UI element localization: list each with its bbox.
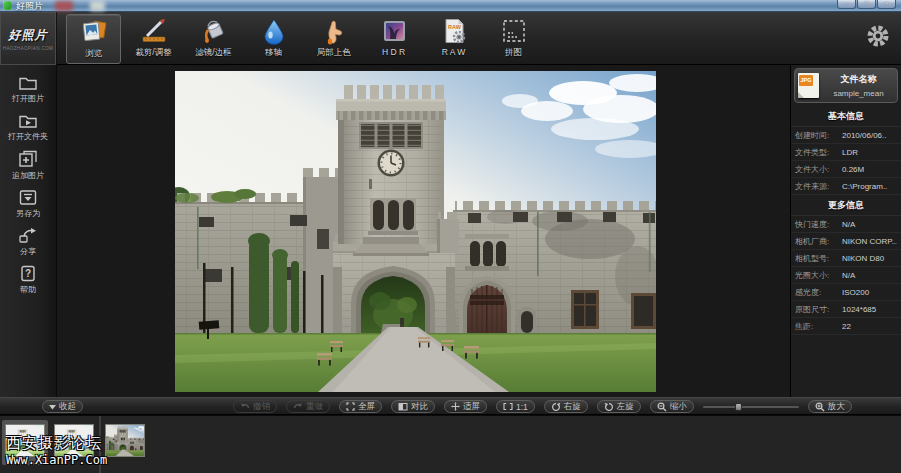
aero-glass-blob — [90, 1, 105, 11]
thumbnail-3[interactable] — [105, 424, 145, 457]
tab-label: 裁剪/调整 — [135, 47, 171, 59]
info-label: 相机型号: — [795, 253, 842, 264]
thumbnail-1[interactable] — [5, 424, 45, 457]
filmstrip-divider — [99, 416, 101, 473]
info-value: C:\Program.. — [842, 182, 897, 191]
app-logo-name: 好照片 — [9, 27, 48, 44]
button-label: 左旋 — [617, 401, 634, 413]
app-logo-domain: HAOZHAOPIAN.COM — [3, 46, 54, 51]
file-info-panel: JPG 文件名称 sample_mean 基本信息 创建时间: 2010/06/… — [790, 65, 901, 397]
window-titlebar: 好照片 – □ × — [0, 0, 901, 12]
one-to-one-button[interactable]: 1:1 — [496, 400, 535, 413]
info-value: N/A — [842, 271, 897, 280]
info-value: 22 — [842, 322, 897, 331]
info-row-file-type: 文件类型: LDR — [791, 144, 901, 161]
zoom-slider-handle[interactable] — [735, 403, 742, 411]
fit-screen-icon — [451, 402, 460, 411]
app-logo: 好照片 HAOZHAOPIAN.COM — [0, 12, 57, 65]
tab-filter-frame[interactable]: 滤镜/边框 — [186, 14, 241, 64]
jpg-file-icon-label: JPG — [799, 75, 813, 86]
rotate-cw-icon — [551, 402, 561, 412]
pencil-ruler-icon — [140, 17, 168, 46]
add-pages-icon — [18, 150, 38, 168]
sidebar-item-save-as[interactable]: 另存为 — [16, 189, 40, 219]
folder-play-icon — [18, 112, 38, 129]
sidebar-item-share[interactable]: 分享 — [18, 227, 38, 257]
info-row-create-time: 创建时间: 2010/06/06.. — [791, 127, 901, 144]
photo-stack-icon — [80, 18, 108, 47]
zoom-slider-track[interactable] — [703, 406, 799, 408]
basic-info-header: 基本信息 — [791, 106, 901, 127]
svg-text:?: ? — [25, 268, 31, 279]
info-label: 文件来源: — [795, 181, 842, 192]
tab-tilt-shift[interactable]: 移轴 — [246, 14, 301, 64]
info-row-iso: 感光度: ISO200 — [791, 284, 901, 301]
info-label: 快门速度: — [795, 219, 842, 230]
info-value: NIKON CORP... — [842, 237, 897, 246]
photo-castle — [175, 71, 656, 392]
dashed-selection-icon — [500, 17, 528, 46]
tab-raw[interactable]: RAW R A W — [426, 14, 481, 64]
info-row-shutter: 快门速度: N/A — [791, 216, 901, 233]
tab-label: 浏览 — [85, 48, 102, 60]
info-value: LDR — [842, 148, 897, 157]
tab-partial-color[interactable]: 局部上色 — [306, 14, 361, 64]
tab-hdr[interactable]: H D R — [366, 14, 421, 64]
button-label: 对比 — [411, 401, 428, 413]
info-row-dimensions: 原图尺寸: 1024*685 — [791, 301, 901, 318]
rotate-right-button[interactable]: 右旋 — [544, 400, 588, 413]
tab-collage[interactable]: 拼图 — [486, 14, 541, 64]
info-row-camera-model: 相机型号: NIKON D80 — [791, 250, 901, 267]
info-label: 焦距: — [795, 321, 842, 332]
info-value: ISO200 — [842, 288, 897, 297]
tab-label: 拼图 — [505, 47, 522, 59]
close-button[interactable]: × — [877, 0, 896, 9]
undo-arrow-icon — [240, 402, 250, 411]
zoom-slider[interactable] — [703, 400, 799, 413]
rotate-left-button[interactable]: 左旋 — [597, 400, 641, 413]
sidebar-item-append-image[interactable]: 追加图片 — [12, 150, 44, 181]
fullscreen-button[interactable]: 全屏 — [339, 400, 382, 413]
left-sidebar: 打开图片 打开文件夹 追加图片 另存为 分享 ? 帮助 — [0, 65, 57, 397]
thumbnail-2[interactable] — [54, 424, 94, 457]
collapse-filmstrip-button[interactable]: 收起 — [42, 400, 83, 413]
info-row-file-source: 文件来源: C:\Program.. — [791, 178, 901, 195]
sidebar-item-label: 另存为 — [16, 208, 40, 219]
tab-label: 局部上色 — [317, 47, 351, 59]
info-value: N/A — [842, 220, 897, 229]
zoom-out-icon — [657, 402, 667, 412]
info-value: 2010/06/06.. — [842, 131, 897, 140]
tab-label: H D R — [382, 47, 405, 57]
tab-label: R A W — [442, 47, 466, 57]
info-label: 相机厂商: — [795, 236, 842, 247]
button-label: 1:1 — [516, 402, 528, 412]
more-info-header: 更多信息 — [791, 195, 901, 216]
zoom-in-button[interactable]: 放大 — [808, 400, 852, 413]
button-label: 右旋 — [564, 401, 581, 413]
page-fold — [798, 92, 804, 98]
info-row-focal-length: 焦距: 22 — [791, 318, 901, 335]
minimize-button[interactable]: – — [837, 0, 856, 9]
sidebar-item-open-image[interactable]: 打开图片 — [12, 74, 44, 104]
raw-file-gear-icon: RAW — [440, 17, 468, 46]
tab-crop-adjust[interactable]: 裁剪/调整 — [126, 14, 181, 64]
settings-button[interactable] — [866, 24, 890, 52]
redo-button[interactable]: 重做 — [286, 400, 330, 413]
maximize-button[interactable]: □ — [857, 0, 876, 9]
sidebar-item-label: 帮助 — [20, 284, 36, 295]
one-to-one-icon — [503, 402, 513, 411]
redo-arrow-icon — [293, 402, 303, 411]
undo-button[interactable]: 撤销 — [233, 400, 277, 413]
sidebar-item-open-folder[interactable]: 打开文件夹 — [8, 112, 48, 142]
compare-button[interactable]: 对比 — [391, 400, 435, 413]
info-label: 光圈大小: — [795, 270, 842, 281]
zoom-out-button[interactable]: 缩小 — [650, 400, 694, 413]
tab-browse[interactable]: 浏览 — [66, 14, 121, 64]
fit-screen-button[interactable]: 适屏 — [444, 400, 487, 413]
hand-icon — [320, 17, 348, 46]
info-label: 创建时间: — [795, 130, 842, 141]
water-drop-icon — [260, 17, 288, 46]
info-label: 文件大小: — [795, 164, 842, 175]
aero-glass-blob — [55, 1, 73, 11]
sidebar-item-help[interactable]: ? 帮助 — [18, 265, 38, 295]
